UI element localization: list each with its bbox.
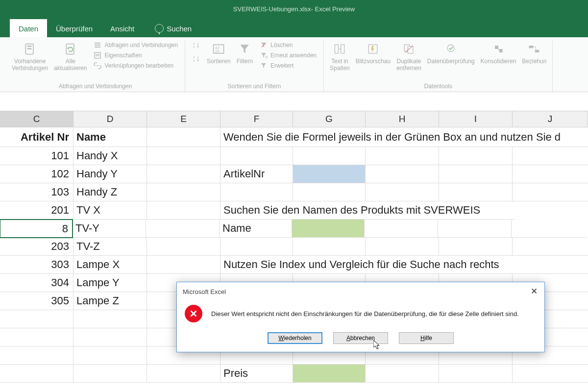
column-header-J[interactable]: J [513,111,588,127]
erneut-button[interactable]: Erneut anwenden [258,50,318,60]
column-header-D[interactable]: D [74,111,147,127]
cell[interactable]: TV X [74,201,147,220]
cell[interactable] [147,238,220,256]
cell[interactable] [293,238,366,256]
cell[interactable]: TV-Y [73,220,146,238]
cell[interactable] [366,365,439,383]
cell[interactable] [439,165,513,183]
cell[interactable] [220,238,293,256]
cell[interactable] [74,310,147,328]
abfragen-button[interactable]: Abfragen und Verbindungen [92,40,179,50]
verknuepfungen-button[interactable]: Verknüpfungen bearbeiten [92,61,175,71]
cell[interactable] [74,328,147,346]
cell-header-name[interactable]: Name [74,127,147,147]
cell[interactable] [513,365,588,383]
tab-suchen[interactable]: Suchen [146,19,200,37]
retry-button[interactable]: Wiederholen [268,332,322,344]
sortieren-button[interactable]: AZZA Sortieren [206,40,232,67]
cell[interactable]: Lampe Y [74,274,147,292]
cell[interactable] [293,165,366,183]
cell[interactable] [0,328,74,346]
cancel-button[interactable]: Abbrechen [333,332,388,344]
cell[interactable] [438,220,512,238]
cell[interactable] [293,365,366,383]
filtern-button[interactable]: Filtern [236,40,254,67]
cell[interactable]: 304 [0,274,74,292]
cell[interactable] [147,365,220,383]
cell[interactable] [147,127,220,147]
cell[interactable] [147,165,220,183]
tab-ansicht[interactable]: Ansicht [101,19,143,37]
tab-ueberpruefen[interactable]: Überprüfen [47,19,101,37]
column-header-I[interactable]: I [439,111,513,127]
beziehungen-button[interactable]: Beziehun [521,40,547,67]
cell[interactable]: Handy Y [74,165,147,183]
sort-desc-button[interactable]: ZA [190,54,202,64]
cell[interactable] [147,256,220,274]
cell[interactable]: 101 [0,147,74,165]
cell[interactable]: 103 [0,183,74,201]
cell[interactable]: Handy X [74,147,147,165]
datenueberpruefung-button[interactable]: Datenüberprüfung [426,40,476,67]
blitzvorschau-button[interactable]: Blitzvorschau [355,40,392,67]
cell[interactable]: Lampe Z [74,292,147,310]
eigenschaften-button[interactable]: Eigenschaften [92,50,144,60]
cell[interactable]: Nutzen Sie Index und Vergleich für die S… [220,256,588,274]
cell[interactable]: Suchen Sie den Namen des Produkts mit SV… [220,201,514,220]
cell[interactable] [439,183,513,201]
cell[interactable] [366,238,439,256]
cell-instruction[interactable]: Wenden Sie die Formel jeweils in der Grü… [220,127,588,147]
cell-header-artikel[interactable]: Artikel Nr [0,127,74,147]
cell[interactable] [147,201,220,220]
cell[interactable] [439,365,513,383]
column-header-C[interactable]: C [0,111,74,127]
cell[interactable] [220,183,293,201]
cell[interactable] [0,310,74,328]
cell[interactable]: 8 [0,219,73,238]
cell[interactable] [366,147,439,165]
cell[interactable] [365,220,438,238]
column-header-G[interactable]: G [293,111,366,127]
sort-asc-button[interactable]: AZ [190,40,202,50]
cell[interactable] [0,365,74,383]
cell[interactable] [439,147,513,165]
cell[interactable] [220,147,293,165]
duplikate-button[interactable]: Duplikate entfernen [395,40,422,74]
cell[interactable] [293,147,366,165]
cell[interactable] [74,365,147,383]
cell[interactable] [147,147,220,165]
dialog-close-button[interactable]: ✕ [529,286,539,297]
cell[interactable] [0,346,74,365]
erweitert-button[interactable]: Erweitert [258,61,295,71]
cell[interactable]: 305 [0,292,74,310]
cell[interactable]: Name [220,220,292,238]
cell[interactable] [147,183,220,201]
cell[interactable] [513,165,588,183]
cell[interactable]: 102 [0,165,74,183]
cell[interactable]: Handy Z [74,183,147,201]
cell[interactable] [366,183,439,201]
cell[interactable] [513,147,588,165]
cell[interactable] [74,346,147,365]
cell[interactable]: 303 [0,256,74,274]
cell[interactable]: Lampe X [74,256,147,274]
cell[interactable] [513,238,588,256]
column-header-F[interactable]: F [220,111,293,127]
loeschen-button[interactable]: Löschen [258,40,294,50]
column-header-H[interactable]: H [366,111,439,127]
text-spalten-button[interactable]: Text in Spalten [329,40,351,74]
cell[interactable] [293,183,366,201]
cell[interactable]: Preis [220,365,293,383]
cell[interactable] [146,220,220,238]
cell[interactable]: 201 [0,201,74,220]
cell[interactable] [439,238,513,256]
cell[interactable] [513,183,588,201]
konsolidieren-button[interactable]: Konsolidieren [480,40,517,67]
cell[interactable] [512,220,587,238]
cell[interactable] [366,165,439,183]
cell[interactable]: 203 [0,238,74,256]
cell[interactable]: ArtikelNr [220,165,293,183]
tab-daten[interactable]: Daten [10,19,47,37]
vorhandene-verbindungen-button[interactable]: Vorhandene Verbindungen [11,40,49,74]
alle-aktualisieren-button[interactable]: Alle aktualisieren [53,40,88,74]
